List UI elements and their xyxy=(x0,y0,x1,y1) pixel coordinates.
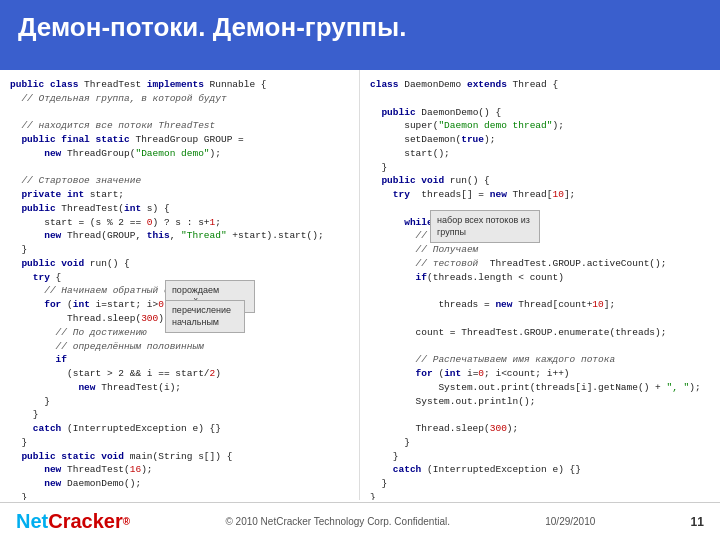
callout-threads: набор всех потоков из группы xyxy=(430,210,540,243)
logo-reg: ® xyxy=(123,516,130,527)
slide-footer: NetCracker® © 2010 NetCracker Technology… xyxy=(0,502,720,540)
content-area: public class ThreadTest implements Runna… xyxy=(0,70,720,500)
callout-enum: перечислениеначальным xyxy=(165,300,245,333)
slide-title: Демон-потоки. Демон-группы. xyxy=(18,12,702,43)
copyright: © 2010 NetCracker Technology Corp. Confi… xyxy=(225,516,450,527)
slide-page: 11 xyxy=(691,515,704,529)
logo-net: Net xyxy=(16,510,48,533)
right-code-panel: class DaemonDemo extends Thread { public… xyxy=(360,70,720,500)
logo: NetCracker® xyxy=(16,510,130,533)
logo-cracker: Cracker xyxy=(48,510,123,533)
slide-header: Демон-потоки. Демон-группы. xyxy=(0,0,720,70)
slide-date: 10/29/2010 xyxy=(545,516,595,527)
